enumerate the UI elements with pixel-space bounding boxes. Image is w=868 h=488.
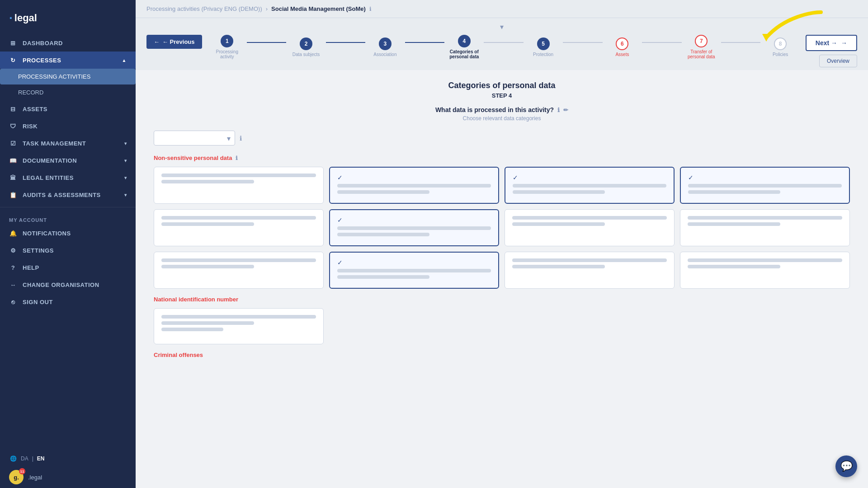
data-card-3[interactable]: ✓	[680, 167, 850, 204]
card-line	[512, 265, 605, 268]
sidebar-item-assets[interactable]: ⊟ ASSETS	[0, 100, 136, 117]
prev-label: ← Previous	[162, 38, 195, 45]
card-line	[337, 275, 429, 279]
breadcrumb-current: Social Media Management (SoMe)	[271, 5, 366, 12]
org-label: .legal	[28, 474, 42, 481]
cards-grid-row2: ✓	[154, 209, 850, 246]
step-8[interactable]: 8 Policies	[760, 38, 800, 57]
dropdown-wrapper: Option 1 Option 2	[154, 131, 235, 145]
sidebar-item-risk[interactable]: 🛡 RISK	[0, 117, 136, 135]
sidebar-item-record[interactable]: RECORD	[0, 84, 136, 100]
sidebar-item-label: DASHBOARD	[23, 40, 63, 47]
question-info-icon[interactable]: ℹ	[557, 107, 560, 113]
card-line	[161, 216, 316, 220]
sidebar-item-task-management[interactable]: ☑ TASK MANAGEMENT ▾	[0, 135, 136, 152]
data-card-1[interactable]: ✓	[329, 167, 499, 204]
step-circle-2: 2	[300, 38, 312, 50]
lang-da[interactable]: DA	[21, 455, 28, 462]
check-icon: ✓	[513, 174, 666, 181]
step-label-1: Processing activity	[211, 49, 243, 59]
next-arrow-icon: →	[841, 39, 847, 47]
question-icon: ?	[9, 263, 17, 272]
step-4[interactable]: 4 Categories of personal data	[444, 35, 484, 59]
sidebar-item-notifications[interactable]: 🔔 NOTIFICATIONS	[0, 225, 136, 242]
step-line-7	[721, 42, 760, 43]
data-card-5[interactable]: ✓	[329, 209, 499, 246]
breadcrumb-info-icon: ℹ	[369, 6, 372, 12]
section-label-text: National identification number	[154, 296, 238, 303]
step-label-3: Association	[373, 52, 396, 57]
sidebar-item-label: TASK MANAGEMENT	[23, 140, 86, 147]
sidebar-item-processes[interactable]: ↻ PROCESSES ▲	[0, 52, 136, 69]
collapse-icon[interactable]: ▾	[500, 23, 504, 31]
sidebar-item-sign-out[interactable]: ⎋ SIGN OUT	[0, 293, 136, 310]
step-circle-4: 4	[458, 35, 471, 47]
chevron-down-icon: ▾	[124, 158, 127, 163]
page-step: STEP 4	[154, 92, 850, 99]
check-square-icon: ☑	[9, 139, 17, 147]
page-title: Categories of personal data	[154, 81, 850, 90]
card-line	[161, 258, 316, 262]
card-line	[337, 233, 429, 236]
stepper-area: ▾ ← ← Previous 1 Processing activity 2 D…	[136, 18, 868, 70]
step-circle-1: 1	[221, 35, 233, 47]
data-card-11[interactable]	[680, 252, 850, 289]
step-6[interactable]: 6 Assets	[603, 38, 642, 57]
section-non-sensitive: Non-sensitive personal data ℹ	[154, 155, 850, 161]
dropdown-info-icon[interactable]: ℹ	[240, 135, 242, 142]
sidebar-item-processing-activities[interactable]: PROCESSING ACTIVITIES	[0, 69, 136, 84]
sidebar-item-help[interactable]: ? HELP	[0, 259, 136, 276]
sidebar-item-label: CHANGE ORGANISATION	[23, 282, 99, 288]
breadcrumb-parent[interactable]: Processing activities (Privacy ENG (DEMO…	[146, 5, 262, 12]
data-card-0[interactable]	[154, 167, 324, 204]
step-circle-5: 5	[537, 38, 550, 50]
check-icon: ✓	[688, 174, 842, 181]
data-card-6[interactable]	[505, 209, 675, 246]
data-card-7[interactable]	[680, 209, 850, 246]
sidebar-nav: ⊞ DASHBOARD ↻ PROCESSES ▲ PROCESSING ACT…	[0, 34, 136, 451]
sidebar-item-dashboard[interactable]: ⊞ DASHBOARD	[0, 34, 136, 52]
chat-button[interactable]: 💬	[835, 455, 857, 477]
card-line	[161, 265, 254, 268]
data-card-2[interactable]: ✓	[505, 167, 675, 204]
sidebar-item-documentation[interactable]: 📖 DOCUMENTATION ▾	[0, 152, 136, 169]
avatar-badge: 11	[19, 468, 25, 474]
card-line	[337, 190, 429, 194]
clipboard-icon: 📋	[9, 191, 17, 199]
step-label-8: Policies	[773, 52, 788, 57]
sidebar-item-label: HELP	[23, 264, 39, 271]
card-line	[512, 222, 605, 226]
data-card-nat-0[interactable]	[154, 308, 324, 344]
chevron-down-icon: ▾	[124, 141, 127, 146]
breadcrumb: Processing activities (Privacy ENG (DEMO…	[146, 5, 372, 12]
step-3[interactable]: 3 Association	[365, 38, 405, 57]
data-card-10[interactable]	[505, 252, 675, 289]
data-card-9[interactable]: ✓	[329, 252, 499, 289]
check-icon: ✓	[337, 259, 491, 266]
lang-en[interactable]: EN	[37, 455, 45, 462]
step-circle-6: 6	[616, 38, 628, 50]
sidebar-divider	[0, 207, 136, 207]
data-card-8[interactable]	[154, 252, 324, 289]
data-card-4[interactable]	[154, 209, 324, 246]
step-line-6	[642, 42, 681, 43]
card-line	[161, 321, 254, 325]
sidebar-item-change-org[interactable]: ↔ CHANGE ORGANISATION	[0, 276, 136, 293]
category-dropdown[interactable]: Option 1 Option 2	[154, 131, 235, 145]
step-2[interactable]: 2 Data subjects	[286, 38, 326, 57]
topbar: Processing activities (Privacy ENG (DEMO…	[136, 0, 868, 18]
step-7[interactable]: 7 Transfer of personal data	[682, 35, 721, 59]
prev-button[interactable]: ← ← Previous	[146, 35, 202, 49]
bell-icon: 🔔	[9, 229, 17, 237]
overview-button[interactable]: Overview	[819, 55, 857, 67]
step-5[interactable]: 5 Protection	[524, 38, 563, 57]
sidebar-item-legal-entities[interactable]: 🏛 LEGAL ENTITIES ▾	[0, 169, 136, 186]
next-button[interactable]: Next → →	[806, 35, 857, 51]
refresh-icon: ↻	[9, 56, 17, 64]
sidebar-item-audits[interactable]: 📋 AUDITS & ASSESSMENTS ▾	[0, 186, 136, 203]
question-edit-icon[interactable]: ✏	[563, 107, 568, 113]
sidebar-item-settings[interactable]: ⚙ SETTINGS	[0, 242, 136, 259]
step-line-4	[484, 42, 523, 43]
step-1[interactable]: 1 Processing activity	[208, 35, 247, 59]
section-info-icon[interactable]: ℹ	[236, 155, 238, 161]
